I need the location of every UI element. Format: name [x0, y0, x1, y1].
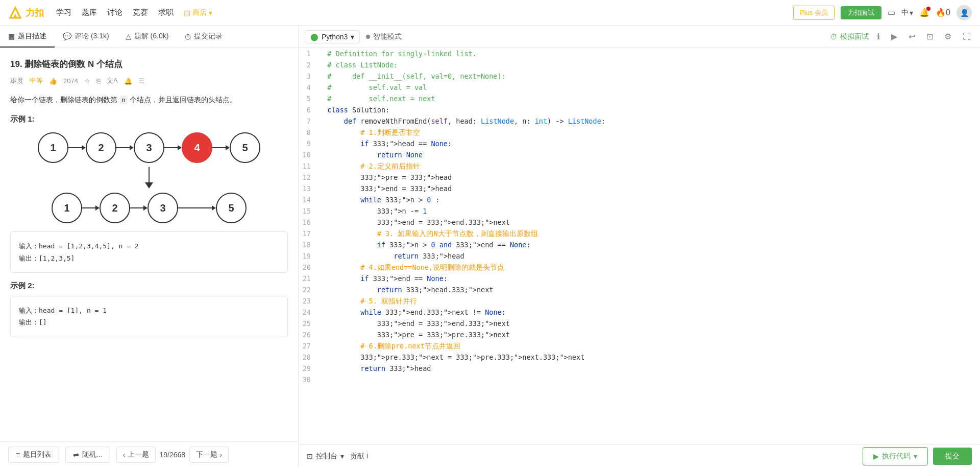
line-content: # 1.判断是否非空 [319, 127, 980, 138]
note-icon[interactable]: ☰ [138, 77, 144, 85]
difficulty-badge: 中等 [30, 76, 43, 85]
tab-description[interactable]: ▤ 题目描述 [0, 26, 55, 48]
line-number: 13 [299, 183, 319, 194]
problem-list-button[interactable]: ≡ 题目列表 [8, 447, 59, 463]
node-b1: 1 [52, 193, 82, 223]
nav-learn[interactable]: 学习 [56, 8, 71, 17]
nav-problems[interactable]: 题库 [82, 8, 97, 17]
line-content: # class ListNode: [319, 59, 980, 71]
line-number: 28 [299, 352, 319, 363]
code-line: 24 while 333;">end.333;">next != None: [299, 307, 980, 318]
nav-contest[interactable]: 竞赛 [133, 8, 148, 17]
solution-tab-icon: △ [126, 32, 131, 40]
line-content: if 333;">head == None: [319, 138, 980, 149]
line-content: 333;">end = 333;">head [319, 183, 980, 194]
notification-bell[interactable]: 🔔 [919, 8, 929, 17]
like-icon[interactable]: 👍 [49, 77, 57, 85]
next-button[interactable]: 下一题 › [189, 447, 229, 463]
python-icon: ⬤ [310, 33, 318, 41]
fullscreen-icon-button[interactable]: ⛶ [960, 31, 974, 42]
avatar[interactable]: 👤 [957, 5, 972, 20]
example1-label: 示例 1: [10, 114, 288, 124]
tab-solutions[interactable]: △ 题解 (6.0k) [117, 26, 177, 48]
smart-mode-dot [366, 35, 370, 39]
shuffle-icon: ⇌ [73, 451, 79, 459]
line-number: 5 [299, 93, 319, 104]
logo-icon [8, 6, 22, 20]
line-number: 15 [299, 205, 319, 217]
nav-links: 学习 题库 讨论 竞赛 求职 ▤ 商店 ▾ [56, 8, 212, 17]
comment-tab-icon: 💬 [63, 32, 71, 40]
translate-icon[interactable]: 文A [107, 76, 118, 85]
example1-box: 输入：head = [1,2,3,4,5], n = 2 输出：[1,2,3,5… [10, 231, 288, 273]
code-line: 5 # self.next = next [299, 93, 980, 104]
nav-jobs[interactable]: 求职 [158, 8, 174, 17]
monitor-icon[interactable]: ▭ [888, 8, 895, 17]
line-number: 12 [299, 172, 319, 183]
code-line: 3 # def __init__(self, val=0, next=None)… [299, 71, 980, 82]
console-button[interactable]: ⊡ 控制台 ▾ [307, 452, 344, 461]
code-line: 26 333;">pre = 333;">pre.333;">next [299, 329, 980, 340]
code-editor[interactable]: 1 # Definition for singly-linked list.2 … [299, 48, 980, 445]
run-code-button[interactable]: ▶ 执行代码 ▾ [863, 447, 928, 465]
example2-label: 示例 2: [10, 281, 288, 291]
node-b5: 5 [216, 193, 247, 223]
line-content: # 5. 双指针并行 [319, 295, 980, 307]
tab-submissions[interactable]: ◷ 提交记录 [177, 26, 231, 48]
line-content: # Definition for singly-linked list. [319, 48, 980, 59]
line-content: if 333;">end == None: [319, 273, 980, 284]
line-content: return None [319, 149, 980, 160]
line-content: while 333;">end.333;">next != None: [319, 307, 980, 318]
star-icon[interactable]: ☆ [84, 77, 90, 85]
node-4-red: 4 [182, 132, 212, 163]
nav-shop[interactable]: ▤ 商店 ▾ [184, 8, 212, 17]
layout-icon-button[interactable]: ⊡ [923, 31, 936, 42]
code-line: 9 if 333;">head == None: [299, 138, 980, 149]
problem-title: 19. 删除链表的倒数 N 个结点 [10, 58, 288, 70]
code-line: 22 return 333;">head.333;">next [299, 284, 980, 295]
example2-output: 输出：[] [19, 316, 279, 328]
info-icon-button[interactable]: ℹ [874, 31, 883, 42]
line-content: class Solution: [319, 104, 980, 115]
node-1: 1 [38, 132, 68, 163]
submit-button[interactable]: 提交 [933, 448, 972, 465]
run-icon-button[interactable]: ▶ [888, 31, 900, 42]
next-icon: › [219, 451, 222, 459]
code-line: 11 # 2.定义前后指针 [299, 160, 980, 172]
tab-comments[interactable]: 💬 评论 (3.1k) [55, 26, 117, 48]
line-number: 22 [299, 284, 319, 295]
line-content: # 6.删除pre.next节点并返回 [319, 340, 980, 352]
plus-member-button[interactable]: Plus 会员 [793, 6, 835, 20]
list-icon: ≡ [16, 451, 20, 459]
mock-interview-button[interactable]: ⏱ 模拟面试 [830, 32, 869, 41]
code-line: 14 while 333;">n > 0 : [299, 194, 980, 205]
code-line: 23 # 5. 双指针并行 [299, 295, 980, 307]
bell-icon[interactable]: 🔔 [124, 77, 132, 85]
settings-icon-button[interactable]: ⚙ [941, 31, 954, 42]
face-interview-button[interactable]: 力扣面试 [841, 6, 881, 19]
nav-discuss[interactable]: 讨论 [107, 8, 122, 17]
arrow-3 [164, 145, 182, 150]
line-number: 14 [299, 194, 319, 205]
editor-top-right: ⏱ 模拟面试 ℹ ▶ ↩ ⊡ ⚙ ⛶ [830, 31, 974, 42]
prev-button[interactable]: ‹ 上一题 [116, 447, 156, 463]
code-line: 18 if 333;">n > 0 and 333;">end == None: [299, 239, 980, 250]
fire-icon[interactable]: 🔥 0 [936, 8, 950, 17]
bottom-bar: ≡ 题目列表 ⇌ 随机... ‹ 上一题 19/2668 下一题 › [0, 441, 298, 467]
code-line: 28 333;">pre.333;">next = 333;">pre.333;… [299, 352, 980, 363]
node-3: 3 [134, 132, 164, 163]
language-selector-dropdown[interactable]: ⬤ Python3 ▾ [305, 30, 360, 43]
code-line: 20 # 4.如果end==None,说明删除的就是头节点 [299, 262, 980, 273]
undo-icon-button[interactable]: ↩ [905, 31, 918, 42]
svg-marker-1 [13, 14, 17, 18]
copy-icon[interactable]: ⎘ [96, 77, 101, 85]
right-panel: ⬤ Python3 ▾ 智能模式 ⏱ 模拟面试 ℹ ▶ ↩ ⊡ ⚙ ⛶ [299, 26, 980, 467]
contribute-button[interactable]: 贡献 i [350, 452, 368, 461]
line-content: 333;">n -= 1 [319, 205, 980, 217]
logo[interactable]: 力扣 [8, 6, 44, 20]
line-number: 24 [299, 307, 319, 318]
random-button[interactable]: ⇌ 随机... [65, 447, 110, 463]
language-selector[interactable]: 中 ▾ [901, 8, 913, 17]
console-arrow: ▾ [340, 452, 344, 460]
code-line: 29 return 333;">head [299, 363, 980, 374]
